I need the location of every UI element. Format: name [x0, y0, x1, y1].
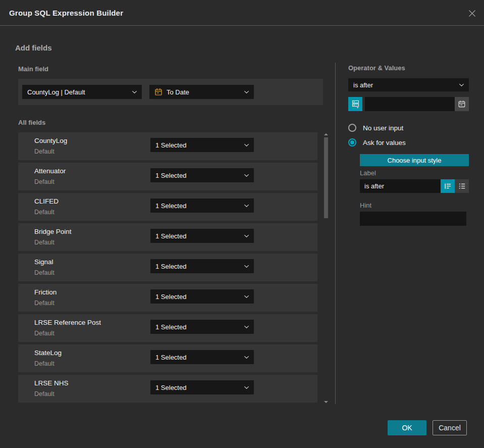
chevron-down-icon	[244, 326, 249, 328]
chevron-down-icon	[244, 356, 249, 359]
calendar-icon-yellow	[154, 88, 163, 96]
chevron-down-icon	[244, 144, 249, 146]
chevron-down-icon	[459, 84, 464, 86]
main-field-select[interactable]: CountyLog | Default	[22, 85, 142, 99]
no-user-input-label: No user input	[363, 124, 403, 132]
scroll-up-icon[interactable]	[324, 133, 328, 135]
list-style-button[interactable]	[455, 179, 469, 193]
main-field-panel: CountyLog | Default To Date	[18, 79, 323, 105]
field-selected-value: 1 Selected	[155, 354, 186, 361]
field-selected-dropdown[interactable]: 1 Selected	[150, 320, 254, 334]
date-type-select-value: To Date	[167, 88, 189, 96]
value-input-row	[348, 97, 469, 111]
label-input[interactable]	[360, 179, 441, 193]
chevron-down-icon	[244, 91, 249, 93]
field-row: LRSE Reference PostDefault1 Selected	[18, 314, 317, 342]
chevron-down-icon	[132, 91, 137, 93]
chevron-down-icon	[244, 386, 249, 389]
date-type-select[interactable]: To Date	[149, 85, 254, 99]
dialog-header: Group SQL Expression Builder	[0, 0, 484, 26]
panel-divider	[335, 63, 336, 404]
field-row: AttenuatorDefault1 Selected	[18, 163, 317, 190]
field-selected-value: 1 Selected	[155, 141, 186, 149]
chevron-down-icon	[244, 174, 249, 177]
scrollbar-thumb[interactable]	[324, 137, 328, 218]
add-fields-heading: Add fields	[15, 43, 52, 52]
field-row: StateLogDefault1 Selected	[18, 344, 317, 372]
field-selected-value: 1 Selected	[155, 263, 186, 270]
bullet-list-icon	[458, 182, 466, 190]
field-selected-dropdown[interactable]: 1 Selected	[150, 198, 254, 213]
ask-for-values-radio[interactable]: Ask for values	[348, 138, 406, 146]
hint-heading: Hint	[360, 202, 371, 209]
group-sql-expression-builder-dialog: Group SQL Expression Builder Add fields …	[0, 0, 484, 448]
field-selected-value: 1 Selected	[155, 323, 186, 331]
operator-select-value: is after	[353, 81, 373, 89]
field-row: CLIFEDDefault1 Selected	[18, 193, 317, 221]
all-fields-list: CountyLogDefault1 SelectedAttenuatorDefa…	[18, 132, 317, 405]
field-row: Bridge PointDefault1 Selected	[18, 223, 317, 251]
field-selected-dropdown[interactable]: 1 Selected	[150, 138, 254, 152]
field-row: CountyLogDefault1 Selected	[18, 132, 317, 160]
operator-select[interactable]: is after	[348, 78, 469, 91]
field-selected-value: 1 Selected	[155, 172, 186, 179]
field-selected-value: 1 Selected	[155, 232, 186, 240]
radio-selected-icon	[348, 138, 356, 146]
main-field-heading: Main field	[18, 65, 48, 73]
field-selected-dropdown[interactable]: 1 Selected	[150, 350, 254, 364]
main-field-select-value: CountyLog | Default	[27, 88, 85, 96]
field-selected-value: 1 Selected	[155, 293, 186, 301]
unique-values-button[interactable]	[348, 97, 362, 111]
hint-input[interactable]	[360, 212, 466, 226]
field-row: LRSE NHSDefault1 Selected	[18, 375, 317, 403]
ask-for-values-label: Ask for values	[363, 139, 406, 146]
field-selected-dropdown[interactable]: 1 Selected	[150, 380, 254, 394]
radio-unselected-icon	[348, 124, 356, 132]
field-selected-value: 1 Selected	[155, 384, 186, 391]
field-selected-dropdown[interactable]: 1 Selected	[150, 289, 254, 304]
field-selected-dropdown[interactable]: 1 Selected	[150, 259, 254, 273]
all-fields-heading: All fields	[18, 119, 45, 126]
align-left-icon	[444, 182, 452, 190]
date-picker-button[interactable]	[455, 97, 469, 111]
no-user-input-radio[interactable]: No user input	[348, 124, 403, 132]
dialog-title: Group SQL Expression Builder	[9, 9, 123, 17]
label-heading: Label	[360, 169, 376, 177]
field-row: FrictionDefault1 Selected	[18, 284, 317, 312]
chevron-down-icon	[244, 235, 249, 237]
value-input[interactable]	[365, 97, 455, 111]
close-button[interactable]	[466, 7, 478, 19]
choose-input-style-button[interactable]: Choose input style	[360, 154, 469, 166]
ok-button[interactable]: OK	[388, 420, 426, 435]
field-row: SignalDefault1 Selected	[18, 254, 317, 281]
cancel-button[interactable]: Cancel	[433, 420, 467, 435]
scroll-down-icon[interactable]	[324, 401, 328, 403]
label-input-row	[360, 179, 469, 193]
field-selected-value: 1 Selected	[155, 202, 186, 210]
chevron-down-icon	[244, 295, 249, 298]
single-line-style-button[interactable]	[441, 179, 455, 193]
operator-values-heading: Operator & Values	[348, 64, 405, 72]
list-values-icon	[351, 99, 360, 109]
field-selected-dropdown[interactable]: 1 Selected	[150, 229, 254, 243]
field-selected-dropdown[interactable]: 1 Selected	[150, 168, 254, 182]
fields-scrollbar[interactable]	[324, 132, 329, 404]
chevron-down-icon	[244, 265, 249, 268]
close-icon	[468, 9, 476, 18]
chevron-down-icon	[244, 205, 249, 207]
calendar-icon	[458, 100, 466, 108]
